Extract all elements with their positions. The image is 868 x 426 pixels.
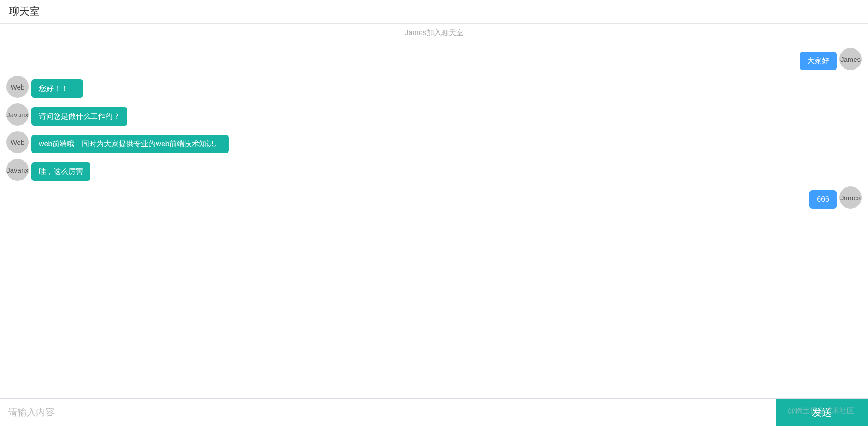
chat-messages-area[interactable]: James加入聊天室 James大家好Web您好！！！Javanx请问您是做什么… xyxy=(0,24,868,398)
message-row: Javanx请问您是做什么工作的？ xyxy=(4,103,864,126)
message-bubble: 您好！！！ xyxy=(31,79,83,98)
input-bar: 发送 xyxy=(0,398,868,426)
message-row: Webweb前端哦，同时为大家提供专业的web前端技术知识。 xyxy=(4,131,864,153)
message-input[interactable] xyxy=(0,399,776,426)
send-button[interactable]: 发送 xyxy=(776,399,868,426)
page-title: 聊天室 xyxy=(9,6,40,17)
message-row: Web您好！！！ xyxy=(4,76,864,98)
avatar[interactable]: Javanx xyxy=(6,159,29,181)
avatar[interactable]: Web xyxy=(6,131,29,153)
message-bubble: 大家好 xyxy=(800,52,837,70)
message-bubble: 666 xyxy=(809,190,837,209)
message-row: Javanx哇，这么厉害 xyxy=(4,159,864,181)
chat-header: 聊天室 xyxy=(0,0,868,24)
avatar[interactable]: Javanx xyxy=(6,103,29,126)
message-bubble: web前端哦，同时为大家提供专业的web前端技术知识。 xyxy=(31,135,229,153)
avatar[interactable]: Web xyxy=(6,76,29,98)
message-row: James大家好 xyxy=(4,48,864,70)
system-message: James加入聊天室 xyxy=(0,24,868,42)
message-bubble: 请问您是做什么工作的？ xyxy=(31,107,127,126)
message-row: James666 xyxy=(4,186,864,209)
message-bubble: 哇，这么厉害 xyxy=(31,162,90,181)
avatar[interactable]: James xyxy=(839,186,862,209)
avatar[interactable]: James xyxy=(839,48,862,70)
